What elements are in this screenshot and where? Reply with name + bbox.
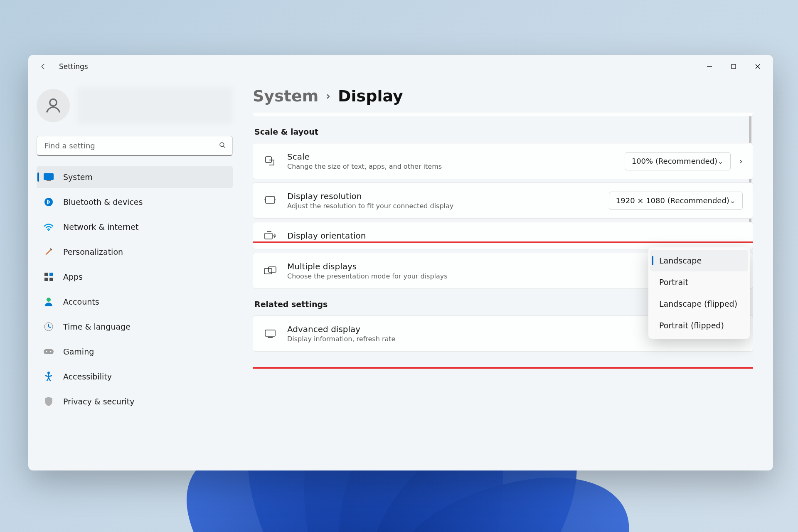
wifi-icon xyxy=(43,222,54,232)
orientation-title: Display orientation xyxy=(287,231,625,241)
nav-list: System Bluetooth & devices Network & int… xyxy=(37,166,233,413)
orientation-option-portrait[interactable]: Portrait xyxy=(650,271,748,293)
hdr-card-partial[interactable]: More about HDR xyxy=(253,113,753,116)
resolution-title: Display resolution xyxy=(287,191,599,201)
svg-rect-11 xyxy=(44,273,48,276)
close-button[interactable] xyxy=(746,58,770,75)
nav-privacy[interactable]: Privacy & security xyxy=(37,390,233,413)
system-icon xyxy=(43,172,54,182)
nav-accessibility[interactable]: Accessibility xyxy=(37,365,233,388)
gamepad-icon xyxy=(43,346,54,357)
breadcrumb-parent[interactable]: System xyxy=(253,87,318,105)
maximize-button[interactable] xyxy=(722,58,746,75)
nav-personalization[interactable]: Personalization xyxy=(37,241,233,263)
main-content: System › Display More about HDR Scale & … xyxy=(239,78,773,470)
svg-rect-13 xyxy=(44,278,48,281)
chevron-down-icon: ⌄ xyxy=(717,157,724,165)
orientation-dropdown-popup: Landscape Portrait Landscape (flipped) P… xyxy=(648,247,750,339)
nav-label: Accounts xyxy=(63,297,99,306)
paintbrush-icon xyxy=(43,246,54,257)
nav-label: Accessibility xyxy=(63,372,112,381)
scale-icon xyxy=(263,155,277,167)
svg-rect-12 xyxy=(49,273,53,276)
svg-point-15 xyxy=(47,298,51,302)
orientation-card[interactable]: Display orientation xyxy=(253,222,753,249)
scale-sub: Change the size of text, apps, and other… xyxy=(287,163,615,170)
scale-title: Scale xyxy=(287,152,615,162)
nav-label: Network & internet xyxy=(63,222,138,232)
accounts-icon xyxy=(43,296,54,307)
nav-label: Gaming xyxy=(63,347,94,356)
nav-label: System xyxy=(63,172,93,182)
bluetooth-icon xyxy=(43,197,54,207)
nav-apps[interactable]: Apps xyxy=(37,266,233,288)
avatar xyxy=(37,89,70,122)
section-scale-layout: Scale & layout xyxy=(254,127,753,136)
chevron-down-icon: ⌄ xyxy=(729,196,736,205)
nav-accounts[interactable]: Accounts xyxy=(37,291,233,313)
breadcrumb-current: Display xyxy=(338,87,403,105)
accessibility-icon xyxy=(43,371,54,382)
window-title: Settings xyxy=(59,62,88,71)
shield-icon xyxy=(43,396,54,407)
svg-rect-23 xyxy=(265,233,272,239)
resolution-icon xyxy=(263,196,277,206)
minimize-button[interactable] xyxy=(697,58,722,75)
resolution-dropdown[interactable]: 1920 × 1080 (Recommended) ⌄ xyxy=(609,192,743,210)
scale-card[interactable]: Scale Change the size of text, apps, and… xyxy=(253,143,753,179)
svg-rect-26 xyxy=(265,330,275,336)
clock-globe-icon xyxy=(43,321,54,332)
back-button[interactable] xyxy=(35,58,52,75)
monitor-icon xyxy=(263,329,277,339)
chevron-right-icon: › xyxy=(739,156,743,166)
sidebar: System Bluetooth & devices Network & int… xyxy=(28,78,239,470)
profile-name-redacted xyxy=(77,87,233,124)
nav-label: Privacy & security xyxy=(63,397,135,406)
svg-rect-24 xyxy=(264,268,272,274)
svg-point-10 xyxy=(48,229,49,231)
svg-rect-21 xyxy=(266,157,271,163)
orientation-option-portrait-flipped[interactable]: Portrait (flipped) xyxy=(650,315,748,336)
search-icon xyxy=(219,141,226,150)
svg-point-18 xyxy=(46,351,47,352)
apps-icon xyxy=(43,271,54,282)
svg-point-9 xyxy=(44,198,53,206)
search-input[interactable] xyxy=(37,136,233,156)
nav-time-language[interactable]: Time & language xyxy=(37,315,233,338)
breadcrumb: System › Display xyxy=(253,87,753,105)
svg-point-19 xyxy=(50,351,52,352)
search-box[interactable] xyxy=(37,136,233,156)
svg-rect-14 xyxy=(49,278,53,281)
nav-label: Time & language xyxy=(63,322,131,331)
svg-point-20 xyxy=(47,372,50,374)
svg-line-6 xyxy=(223,146,225,148)
nav-label: Personalization xyxy=(63,247,123,256)
profile-block[interactable] xyxy=(37,87,233,124)
svg-rect-22 xyxy=(266,197,275,203)
scale-dropdown[interactable]: 100% (Recommended) ⌄ xyxy=(625,152,731,170)
resolution-card[interactable]: Display resolution Adjust the resolution… xyxy=(253,182,753,219)
settings-window: Settings xyxy=(28,55,773,470)
svg-point-5 xyxy=(220,143,224,147)
svg-rect-25 xyxy=(268,267,276,272)
nav-label: Bluetooth & devices xyxy=(63,197,143,207)
titlebar: Settings xyxy=(28,55,773,78)
nav-system[interactable]: System xyxy=(37,166,233,188)
orientation-option-landscape-flipped[interactable]: Landscape (flipped) xyxy=(650,293,748,315)
nav-gaming[interactable]: Gaming xyxy=(37,340,233,363)
svg-point-4 xyxy=(50,99,57,106)
svg-rect-7 xyxy=(44,173,54,180)
nav-network[interactable]: Network & internet xyxy=(37,216,233,238)
orientation-icon xyxy=(263,231,277,241)
nav-bluetooth[interactable]: Bluetooth & devices xyxy=(37,191,233,213)
nav-label: Apps xyxy=(63,272,83,281)
multiple-displays-icon xyxy=(263,266,277,276)
orientation-option-landscape[interactable]: Landscape xyxy=(650,250,748,271)
scale-value: 100% (Recommended) xyxy=(632,157,717,165)
resolution-sub: Adjust the resolution to fit your connec… xyxy=(287,202,599,210)
svg-rect-1 xyxy=(732,64,736,69)
svg-rect-17 xyxy=(44,349,54,354)
chevron-right-icon: › xyxy=(326,90,330,102)
svg-rect-8 xyxy=(47,180,51,181)
resolution-value: 1920 × 1080 (Recommended) xyxy=(616,196,729,205)
